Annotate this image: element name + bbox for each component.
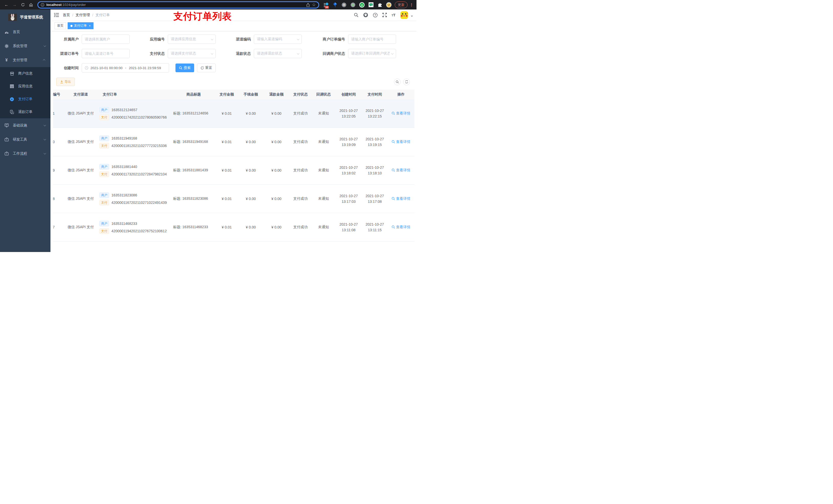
merchant-select[interactable] bbox=[82, 34, 129, 44]
sidebar-logo[interactable]: 芋道管理系统 bbox=[0, 9, 50, 25]
merchant-tag: 商户 bbox=[99, 192, 109, 198]
notify-status-select[interactable]: 请选择订单回调商户状态 bbox=[348, 49, 396, 58]
table-row[interactable]: 21 微信 JSAPI 支付 商户 1635312124657 支付 42000… bbox=[53, 99, 414, 128]
browser-forward-icon[interactable]: → bbox=[11, 2, 18, 8]
app-title: 芋道管理系统 bbox=[20, 15, 43, 20]
sidebar-item-refund-order[interactable]: 退款订单 bbox=[0, 105, 50, 118]
browser-menu-icon[interactable]: ⋮ bbox=[410, 3, 413, 7]
table-row[interactable]: 17 微信 JSAPI 支付 商户 1635311468233 支付 42000… bbox=[53, 213, 414, 241]
view-detail-link[interactable]: 查看详情 bbox=[392, 168, 410, 173]
breadcrumb-home[interactable]: 首页 bbox=[63, 13, 70, 18]
view-detail-link[interactable]: 查看详情 bbox=[392, 140, 410, 144]
table-row[interactable]: 18 微信 JSAPI 支付 商户 1635311823086 支付 42000… bbox=[53, 185, 414, 213]
create-time: 2021-10-2713:11:08 bbox=[335, 221, 362, 233]
merchant-input[interactable] bbox=[85, 37, 126, 41]
table-row[interactable]: 19 微信 JSAPI 支付 商户 1635311881440 支付 42000… bbox=[53, 156, 414, 185]
pay-status-select[interactable]: 请选择支付状态 bbox=[168, 49, 216, 58]
reset-button[interactable]: 重置 bbox=[197, 64, 216, 72]
tab-close-icon[interactable]: × bbox=[89, 24, 91, 28]
fullscreen-icon[interactable] bbox=[382, 13, 387, 17]
dashboard-icon bbox=[4, 30, 9, 34]
github-icon[interactable] bbox=[363, 13, 368, 18]
view-detail-link[interactable]: 查看详情 bbox=[392, 111, 410, 116]
ext-y-logo-icon[interactable]: y bbox=[359, 2, 365, 8]
date-range-end[interactable]: 2021-10-31 23:59:59 bbox=[129, 66, 161, 70]
sidebar-item-pay-order[interactable]: ¥ 支付订单 bbox=[0, 93, 50, 105]
ext-dot-icon[interactable] bbox=[350, 2, 356, 8]
order-id: 18 bbox=[53, 197, 63, 201]
ext-puzzle-icon[interactable] bbox=[377, 2, 383, 8]
sidebar-item-workflow[interactable]: 工作流程 bbox=[0, 146, 50, 161]
browser-home-icon[interactable] bbox=[28, 2, 34, 8]
page-content: 所属商户 应用编号 请选择应用信息 渠道编码 请输入渠道编码 商户订单编号 bbox=[50, 31, 416, 252]
merchant-order-no-input[interactable] bbox=[351, 37, 393, 41]
view-detail-link[interactable]: 查看详情 bbox=[392, 196, 410, 201]
pay-status: 支付成功 bbox=[289, 140, 312, 144]
yen-icon: ¥ bbox=[4, 58, 9, 63]
sidebar-collapse-icon[interactable] bbox=[54, 13, 59, 18]
channel-order-no-input[interactable] bbox=[85, 51, 126, 55]
sidebar-item-infrastructure[interactable]: 基础设施 bbox=[0, 118, 50, 133]
browser-update-button[interactable]: 更新 bbox=[395, 2, 407, 8]
bookmark-star-icon[interactable]: ☆ bbox=[312, 2, 316, 7]
pay-order-cell: 商户 1635311949168 支付 42000011812021102777… bbox=[98, 134, 172, 150]
app-select[interactable]: 请选择应用信息 bbox=[168, 34, 216, 44]
merchant-order-no: 1635311823086 bbox=[112, 193, 137, 197]
product-title: 标题: 1635311949168 bbox=[172, 140, 215, 144]
site-info-icon[interactable] bbox=[41, 3, 44, 7]
ext-tag-icon[interactable]: 10 bbox=[323, 2, 329, 8]
ext-chat-icon[interactable] bbox=[368, 2, 374, 8]
channel-code-select[interactable]: 请输入渠道编码 bbox=[254, 34, 302, 44]
avatar-caret-icon[interactable] bbox=[411, 16, 413, 17]
sidebar-item-app-info[interactable]: 应用信息 bbox=[0, 80, 50, 93]
user-avatar[interactable] bbox=[400, 11, 408, 19]
sidebar-item-merchant-info[interactable]: 商户信息 bbox=[0, 67, 50, 80]
browser-toolbar: ← → localhost:1024/pay/order ☆ 10 ⌘ y bbox=[0, 0, 416, 9]
view-detail-label: 查看详情 bbox=[396, 140, 410, 144]
breadcrumb-pay-mgmt[interactable]: 支付管理 bbox=[76, 13, 90, 18]
share-icon[interactable] bbox=[306, 3, 310, 7]
ext-kite-icon[interactable] bbox=[332, 2, 338, 8]
pay-time: 2021-10-2713:11:15 bbox=[362, 221, 387, 233]
notify-status: 未通知 bbox=[312, 168, 335, 173]
filter-label-refund-status: 退款状态 bbox=[228, 51, 254, 56]
search-button[interactable]: 搜索 bbox=[175, 64, 194, 72]
notify-status: 未通知 bbox=[312, 140, 335, 144]
help-icon[interactable]: ? bbox=[373, 13, 378, 18]
chevron-down-icon bbox=[297, 38, 300, 40]
export-button[interactable]: 导出 bbox=[56, 78, 75, 86]
table-refresh-button[interactable] bbox=[403, 79, 410, 85]
date-range-picker[interactable]: 2021-10-01 00:00:00 - 2021-10-31 23:59:5… bbox=[82, 63, 169, 72]
sidebar-item-home[interactable]: 首页 bbox=[0, 25, 50, 39]
merchant-order-no-input-wrap[interactable] bbox=[348, 34, 396, 44]
ext-smiley-icon[interactable] bbox=[386, 2, 392, 8]
chevron-down-icon bbox=[44, 138, 46, 140]
refund-status-select[interactable]: 请选择退款状态 bbox=[254, 49, 302, 58]
table-search-toggle-button[interactable] bbox=[394, 79, 401, 85]
sidebar-item-dev-tools[interactable]: 研发工具 bbox=[0, 133, 50, 146]
col-title: 商品标题 bbox=[172, 92, 215, 97]
refund-amount: ¥ 0.00 bbox=[264, 112, 289, 116]
date-range-start[interactable]: 2021-10-01 00:00:00 bbox=[90, 66, 122, 70]
view-detail-label: 查看详情 bbox=[396, 111, 410, 116]
table-row-partial[interactable]: 商户 1635311351786 bbox=[53, 241, 414, 252]
sidebar-item-system[interactable]: 系统管理 bbox=[0, 39, 50, 53]
merchant-tag: 商户 bbox=[99, 221, 109, 226]
font-size-icon[interactable]: TT bbox=[392, 13, 396, 17]
header-search-icon[interactable] bbox=[354, 13, 358, 17]
tab-home[interactable]: 首页 bbox=[54, 22, 66, 29]
channel-order-no-input-wrap[interactable] bbox=[82, 49, 129, 58]
toolbox-icon bbox=[4, 152, 9, 155]
browser-back-icon[interactable]: ← bbox=[3, 2, 10, 8]
url-text[interactable]: localhost:1024/pay/order bbox=[46, 3, 304, 7]
fee-amount: ¥ 0.00 bbox=[238, 140, 264, 144]
browser-reload-icon[interactable] bbox=[20, 2, 26, 8]
col-refund-amount: 退款金额 bbox=[264, 92, 289, 97]
table-row[interactable]: 20 微信 JSAPI 支付 商户 1635311949168 支付 42000… bbox=[53, 128, 414, 156]
view-detail-link[interactable]: 查看详情 bbox=[392, 225, 410, 230]
tab-pay-order[interactable]: 支付订单 × bbox=[68, 22, 94, 29]
url-bar[interactable]: localhost:1024/pay/order ☆ bbox=[38, 1, 319, 8]
ext-command-icon[interactable]: ⌘ bbox=[341, 2, 347, 8]
pay-channel: 微信 JSAPI 支付 bbox=[63, 196, 98, 201]
sidebar-item-payment[interactable]: ¥ 支付管理 bbox=[0, 53, 50, 67]
